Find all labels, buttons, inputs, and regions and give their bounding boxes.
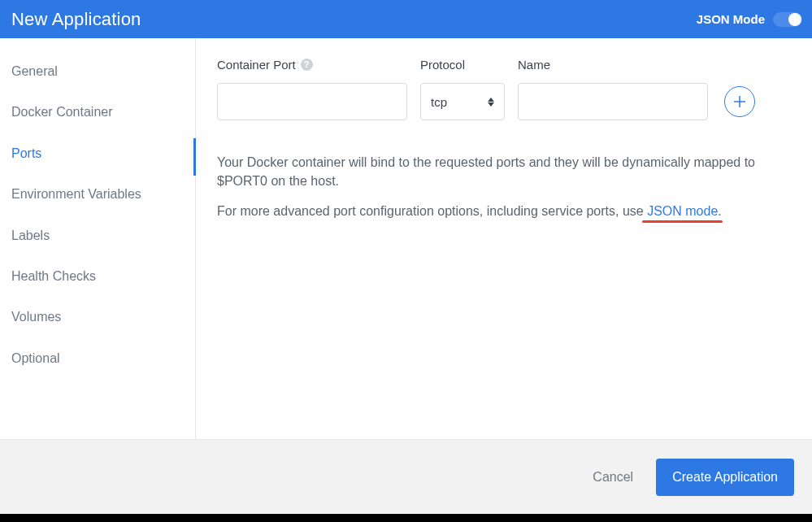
add-port-button[interactable] <box>724 86 755 117</box>
sidebar-item-environment-variables[interactable]: Environment Variables <box>0 177 195 211</box>
create-application-button[interactable]: Create Application <box>656 459 794 496</box>
help-icon[interactable]: ? <box>301 59 313 71</box>
container-port-label: Container Port ? <box>217 58 407 72</box>
json-mode-label: JSON Mode <box>697 12 765 26</box>
sidebar-item-label: Labels <box>11 228 50 242</box>
sidebar-item-volumes[interactable]: Volumes <box>0 300 195 334</box>
sidebar: General Docker Container Ports Environme… <box>0 38 196 439</box>
json-mode-control: JSON Mode <box>697 12 802 27</box>
field-label-text: Container Port <box>217 58 296 72</box>
sidebar-item-label: Health Checks <box>11 269 96 283</box>
json-mode-toggle[interactable] <box>773 12 802 27</box>
main-panel: Container Port ? Protocol tcp Name <box>196 38 812 439</box>
sidebar-item-docker-container[interactable]: Docker Container <box>0 95 195 129</box>
bottom-bar <box>0 514 812 522</box>
protocol-field: Protocol tcp <box>420 58 505 120</box>
select-caret-icon <box>488 98 494 107</box>
name-field: Name <box>518 58 708 120</box>
modal-body: General Docker Container Ports Environme… <box>0 38 812 439</box>
protocol-label: Protocol <box>420 58 505 72</box>
sidebar-item-ports[interactable]: Ports <box>0 137 195 171</box>
protocol-value: tcp <box>431 95 447 109</box>
desc-text: For more advanced port configuration opt… <box>217 204 647 218</box>
sidebar-item-labels[interactable]: Labels <box>0 219 195 253</box>
sidebar-item-optional[interactable]: Optional <box>0 341 195 376</box>
sidebar-item-label: General <box>11 64 58 78</box>
cancel-button[interactable]: Cancel <box>586 462 640 493</box>
protocol-select[interactable]: tcp <box>420 83 505 120</box>
ports-description-1: Your Docker container will bind to the r… <box>217 153 789 190</box>
sidebar-item-label: Optional <box>11 351 60 365</box>
json-mode-link[interactable]: JSON mode <box>647 204 718 218</box>
modal-header: New Application JSON Mode <box>0 0 812 38</box>
sidebar-item-health-checks[interactable]: Health Checks <box>0 259 195 294</box>
toggle-knob <box>788 13 801 26</box>
sidebar-item-label: Docker Container <box>11 105 113 119</box>
sidebar-item-label: Ports <box>11 146 41 160</box>
container-port-field: Container Port ? <box>217 58 407 120</box>
container-port-input[interactable] <box>217 83 407 120</box>
ports-description-2: For more advanced port configuration opt… <box>217 202 789 220</box>
page-title: New Application <box>11 9 141 30</box>
modal-footer: Cancel Create Application <box>0 439 812 514</box>
plus-icon <box>732 94 748 110</box>
desc-text: . <box>718 204 721 218</box>
sidebar-item-label: Environment Variables <box>11 187 141 201</box>
port-entry-row: Container Port ? Protocol tcp Name <box>217 58 789 120</box>
name-input[interactable] <box>518 83 708 120</box>
field-label-text: Name <box>518 58 550 72</box>
field-label-text: Protocol <box>420 58 465 72</box>
sidebar-item-general[interactable]: General <box>0 54 195 89</box>
name-label: Name <box>518 58 708 72</box>
sidebar-item-label: Volumes <box>11 310 61 324</box>
